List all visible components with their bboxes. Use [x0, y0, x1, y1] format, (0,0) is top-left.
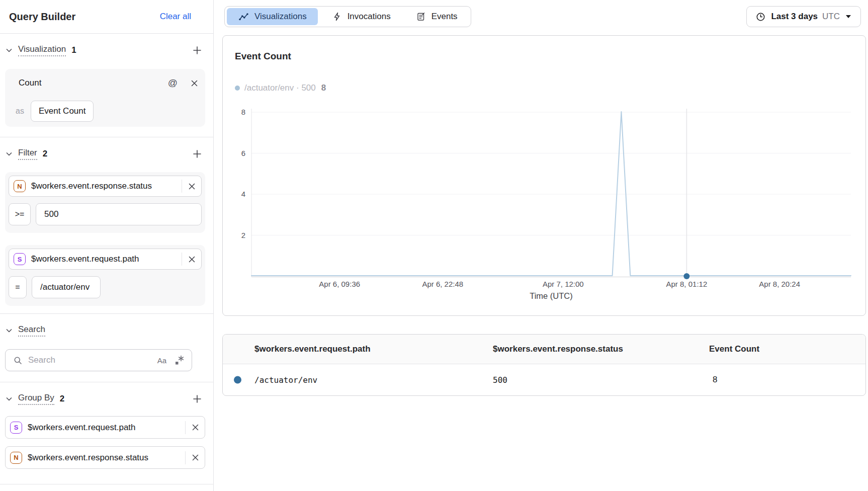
- tab-events[interactable]: Events: [404, 8, 469, 25]
- remove-filter-button[interactable]: [182, 249, 201, 269]
- group-by-field[interactable]: S $workers.event.request.path: [5, 416, 205, 439]
- svg-text:Time (UTC): Time (UTC): [530, 291, 573, 300]
- tab-visualizations[interactable]: Visualizations: [227, 8, 318, 25]
- tab-invocations[interactable]: Invocations: [320, 8, 402, 25]
- time-range-timezone: UTC: [822, 12, 840, 22]
- visualization-section-header: Visualization 1: [5, 44, 205, 57]
- clock-icon: [755, 11, 766, 23]
- string-type-badge: S: [14, 253, 26, 265]
- visualization-section-label: Visualization: [18, 44, 66, 56]
- svg-text:Apr 7, 12:00: Apr 7, 12:00: [543, 280, 584, 288]
- filter-value-input[interactable]: 500: [36, 203, 202, 225]
- filter-operator-select[interactable]: >=: [9, 203, 31, 225]
- search-icon: [13, 355, 23, 366]
- filter-section-header: Filter 2: [5, 147, 205, 160]
- search-section: Search Search Aa: [0, 314, 213, 382]
- query-builder-app: Query Builder Clear all Visualization 1 …: [0, 0, 868, 491]
- page-title: Query Builder: [9, 11, 75, 23]
- remove-group-by-button[interactable]: [186, 448, 205, 468]
- number-type-badge: N: [14, 180, 26, 192]
- view-tab-group: Visualizations Invocations Events: [224, 6, 471, 27]
- add-filter-button[interactable]: [191, 148, 203, 160]
- filter-section: Filter 2 N $workers.event.response.statu…: [0, 137, 213, 314]
- cell-event-count: 8: [709, 375, 865, 385]
- svg-text:4: 4: [241, 190, 245, 198]
- column-header: $workers.event.response.status: [493, 344, 709, 354]
- string-type-badge: S: [10, 422, 22, 434]
- visualization-count: 1: [71, 45, 76, 55]
- main-content: Visualizations Invocations Events Last 3…: [214, 0, 868, 491]
- lightning-icon: [331, 11, 342, 22]
- svg-text:Apr 8, 20:24: Apr 8, 20:24: [759, 280, 800, 288]
- time-range-selector[interactable]: Last 3 days UTC: [746, 6, 861, 27]
- column-header: $workers.event.request.path: [223, 344, 493, 354]
- visualization-alias-input[interactable]: Event Count: [31, 101, 94, 122]
- group-by-section-label: Group By: [18, 393, 54, 405]
- number-type-badge: N: [10, 452, 22, 464]
- series-color-dot: [234, 376, 241, 384]
- group-by-section: Group By 2 S $workers.event.request.path…: [0, 382, 213, 484]
- add-visualization-button[interactable]: [191, 44, 203, 56]
- tab-label: Invocations: [348, 12, 391, 22]
- chevron-down-icon[interactable]: [5, 44, 18, 57]
- svg-text:2: 2: [241, 231, 245, 239]
- group-by-field-name: $workers.event.response.status: [28, 453, 185, 463]
- filter-field-name: $workers.event.request.path: [31, 254, 182, 264]
- tab-label: Visualizations: [254, 12, 307, 22]
- clear-all-button[interactable]: Clear all: [160, 12, 191, 22]
- events-memo-icon: [415, 11, 426, 22]
- filter-operator-select[interactable]: =: [9, 276, 27, 298]
- visualization-section: Visualization 1 Count @ as Event Count: [0, 34, 213, 137]
- svg-text:6: 6: [241, 149, 245, 157]
- chevron-down-icon[interactable]: [5, 147, 18, 160]
- search-section-header: Search: [5, 324, 205, 337]
- tab-label: Events: [431, 12, 458, 22]
- filter-field-selector[interactable]: S $workers.event.request.path: [9, 249, 202, 270]
- match-case-toggle[interactable]: Aa: [157, 356, 166, 365]
- svg-text:Apr 6, 09:36: Apr 6, 09:36: [319, 280, 360, 288]
- at-sign-icon[interactable]: @: [167, 76, 179, 90]
- line-chart-plot[interactable]: 2468Apr 6, 09:36Apr 6, 22:48Apr 7, 12:00…: [223, 36, 865, 315]
- regex-toggle-icon[interactable]: [173, 354, 186, 366]
- filter-card: S $workers.event.request.path = /actuato…: [5, 245, 205, 306]
- chevron-down-icon[interactable]: [5, 392, 18, 405]
- svg-text:Apr 6, 22:48: Apr 6, 22:48: [422, 280, 463, 288]
- visualization-card: Count @ as Event Count: [5, 69, 205, 127]
- cell-request-path: /actuator/env: [223, 375, 493, 385]
- sidebar-header: Query Builder Clear all: [0, 0, 213, 34]
- results-table: $workers.event.request.path $workers.eve…: [222, 334, 866, 396]
- group-by-field-name: $workers.event.request.path: [28, 423, 185, 433]
- filter-count: 2: [43, 149, 47, 159]
- filter-section-label: Filter: [18, 148, 37, 160]
- search-placeholder: Search: [28, 355, 157, 365]
- caret-down-icon: [844, 14, 852, 20]
- chart-line-icon: [238, 12, 249, 22]
- query-builder-sidebar: Query Builder Clear all Visualization 1 …: [0, 0, 214, 491]
- as-label: as: [16, 107, 24, 116]
- remove-filter-button[interactable]: [182, 176, 201, 196]
- svg-text:Apr 8, 01:12: Apr 8, 01:12: [666, 280, 708, 288]
- table-row[interactable]: /actuator/env 500 8: [223, 364, 865, 395]
- cell-response-status: 500: [493, 375, 709, 385]
- filter-field-selector[interactable]: N $workers.event.response.status: [9, 176, 202, 197]
- group-by-count: 2: [60, 394, 64, 404]
- search-section-label: Search: [18, 324, 45, 337]
- group-by-field[interactable]: N $workers.event.response.status: [5, 446, 205, 469]
- filter-card: N $workers.event.response.status >= 500: [5, 172, 205, 233]
- chevron-down-icon[interactable]: [5, 324, 18, 337]
- remove-group-by-button[interactable]: [186, 418, 205, 438]
- time-range-label: Last 3 days: [771, 12, 818, 22]
- event-count-chart-card: Event Count /actuator/env · 500 8 2468Ap…: [222, 35, 866, 316]
- group-by-section-header: Group By 2: [5, 392, 205, 405]
- filter-value-input[interactable]: /actuator/env: [32, 276, 101, 298]
- visualization-function: Count: [19, 78, 167, 88]
- table-header-row: $workers.event.request.path $workers.eve…: [223, 335, 865, 364]
- search-input[interactable]: Search Aa: [5, 349, 192, 371]
- add-group-by-button[interactable]: [191, 393, 203, 405]
- filter-field-name: $workers.event.response.status: [31, 181, 182, 191]
- remove-visualization-button[interactable]: [190, 78, 199, 88]
- column-header: Event Count: [709, 344, 865, 354]
- svg-text:8: 8: [241, 108, 245, 116]
